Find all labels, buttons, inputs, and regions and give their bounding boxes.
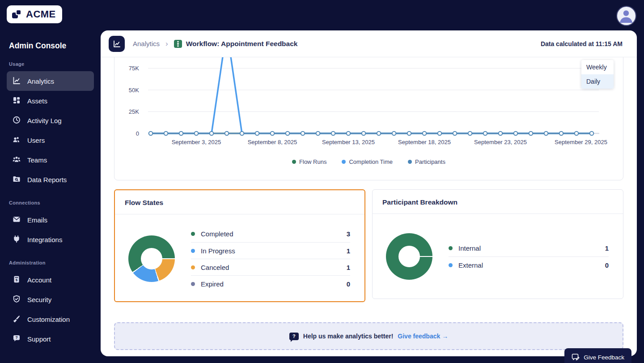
sidebar-item-label: Account (27, 276, 51, 284)
sidebar-item-account[interactable]: $ Account (7, 270, 94, 290)
sidebar-item-label: Emails (27, 216, 47, 224)
participant-donut-chart (386, 233, 432, 280)
flow-states-card: Flow States Completed3 In Progress1 Canc… (114, 189, 365, 302)
participant-breakdown-title: Participant Breakdown (373, 190, 623, 214)
in-progress-value: 1 (347, 247, 350, 255)
sidebar-item-users[interactable]: Users (7, 130, 94, 150)
page-title: Workflow: Appointment Feedback (186, 40, 298, 48)
legend-row-completed: Completed3 (191, 226, 350, 242)
svg-text:75K: 75K (129, 65, 139, 72)
canceled-value: 1 (347, 264, 350, 271)
legend-item-participants[interactable]: Participants (408, 158, 445, 165)
sidebar-item-label: Security (27, 296, 51, 303)
section-label-connections: Connections (9, 200, 92, 205)
sidebar-item-analytics[interactable]: Analytics (7, 71, 94, 91)
question-bubble-icon: ? (289, 333, 299, 340)
workflow-icon (174, 40, 182, 48)
sidebar-item-label: Customization (27, 316, 70, 323)
granularity-dropdown: Weekly Daily (581, 60, 614, 89)
breadcrumb-analytics-link[interactable]: Analytics (133, 40, 160, 47)
people-icon (12, 155, 21, 165)
external-value: 0 (605, 261, 609, 269)
participant-breakdown-card: Participant Breakdown Internal1 External… (372, 189, 623, 299)
section-label-administration: Administration (9, 260, 92, 265)
canceled-dot-icon (191, 265, 195, 269)
user-avatar[interactable] (616, 6, 636, 26)
expired-dot-icon (191, 282, 195, 286)
sidebar-item-emails[interactable]: Emails (7, 210, 94, 230)
dropdown-option-daily[interactable]: Daily (581, 74, 614, 89)
legend-row-in-progress: In Progress1 (191, 242, 350, 259)
dropdown-option-weekly[interactable]: Weekly (581, 60, 614, 74)
completion-time-dot-icon (342, 160, 346, 164)
usage-chart-card: 025K50K75KSeptember 3, 2025September 8, … (114, 57, 623, 180)
sidebar-item-label: Analytics (27, 77, 54, 85)
data-calculated-status: Data calculated at 11:15 AM (541, 40, 623, 47)
chart-line-icon (112, 39, 121, 48)
external-dot-icon (449, 263, 453, 267)
sidebar-item-label: Assets (27, 97, 47, 105)
flow-states-legend: Completed3 In Progress1 Canceled1 Expire… (191, 226, 350, 292)
sidebar-item-label: Activity Log (27, 117, 62, 124)
chevron-right-icon: › (165, 39, 168, 48)
brush-icon (12, 314, 21, 325)
give-feedback-link[interactable]: Give feedback → (398, 333, 448, 340)
main-panel: Analytics › Workflow: Appointment Feedba… (101, 30, 637, 356)
stat-cards-row: Flow States Completed3 In Progress1 Canc… (114, 189, 623, 302)
sidebar-item-activity-log[interactable]: Activity Log (7, 111, 94, 130)
folder-search-icon (12, 175, 21, 185)
sidebar-item-customization[interactable]: Customization (7, 309, 94, 329)
legend-row-expired: Expired0 (191, 275, 350, 292)
sidebar-item-security[interactable]: Security (7, 290, 94, 309)
give-feedback-button[interactable]: Give Feedback (564, 348, 631, 363)
chart-legend: Flow Runs Completion Time Participants (114, 158, 623, 165)
svg-text:September 8, 2025: September 8, 2025 (248, 139, 297, 145)
legend-item-completion-time[interactable]: Completion Time (342, 158, 393, 165)
svg-text:September 13, 2025: September 13, 2025 (322, 139, 375, 145)
invoice-icon: $ (12, 275, 21, 285)
acme-logo-icon (11, 9, 23, 20)
brand-name: ACME (26, 9, 56, 20)
console-title: Admin Console (9, 41, 92, 51)
analytics-icon-button[interactable] (109, 36, 125, 52)
svg-text:?: ? (15, 335, 17, 340)
flow-states-body: Completed3 In Progress1 Canceled1 Expire… (115, 214, 364, 292)
sidebar-item-assets[interactable]: Assets (7, 91, 94, 111)
sidebar: ACME Admin Console Usage Analytics Asset… (0, 0, 101, 363)
plug-icon (12, 235, 21, 245)
sidebar-item-teams[interactable]: Teams (7, 150, 94, 170)
svg-text:$: $ (16, 278, 18, 282)
sidebar-item-label: Integrations (27, 236, 62, 243)
completed-dot-icon (191, 232, 195, 236)
flow-states-donut-chart (128, 235, 175, 282)
participants-dot-icon (408, 160, 412, 164)
sidebar-item-label: Support (27, 335, 51, 343)
grid-icon (12, 96, 21, 106)
sidebar-item-data-reports[interactable]: Data Reports (7, 170, 94, 189)
banner-message: Help us make analytics better! (303, 333, 394, 340)
svg-text:25K: 25K (129, 108, 139, 115)
feedback-banner: ? Help us make analytics better! Give fe… (114, 322, 623, 350)
flow-states-title: Flow States (115, 190, 364, 214)
help-bubble-icon: ? (12, 334, 21, 344)
internal-value: 1 (605, 244, 609, 252)
sidebar-item-support[interactable]: ? Support (7, 329, 94, 349)
internal-dot-icon (449, 246, 453, 250)
section-label-usage: Usage (9, 61, 92, 67)
in-progress-dot-icon (191, 249, 195, 253)
panel-header: Analytics › Workflow: Appointment Feedba… (101, 30, 637, 57)
sidebar-item-integrations[interactable]: Integrations (7, 230, 94, 249)
legend-row-external: External0 (449, 256, 609, 273)
envelope-icon (12, 215, 21, 225)
scroll-content: 025K50K75KSeptember 3, 2025September 8, … (101, 57, 637, 356)
svg-text:September 3, 2025: September 3, 2025 (172, 139, 221, 145)
sidebar-item-label: Data Reports (27, 176, 67, 184)
legend-item-flow-runs[interactable]: Flow Runs (292, 158, 326, 165)
svg-text:September 18, 2025: September 18, 2025 (398, 139, 451, 145)
svg-text:50K: 50K (129, 87, 139, 94)
sidebar-item-label: Users (27, 137, 45, 144)
svg-text:September 29, 2025: September 29, 2025 (555, 139, 607, 145)
acme-logo[interactable]: ACME (7, 5, 62, 23)
line-chart: 025K50K75KSeptember 3, 2025September 8, … (114, 57, 623, 149)
user-icon (12, 135, 21, 145)
